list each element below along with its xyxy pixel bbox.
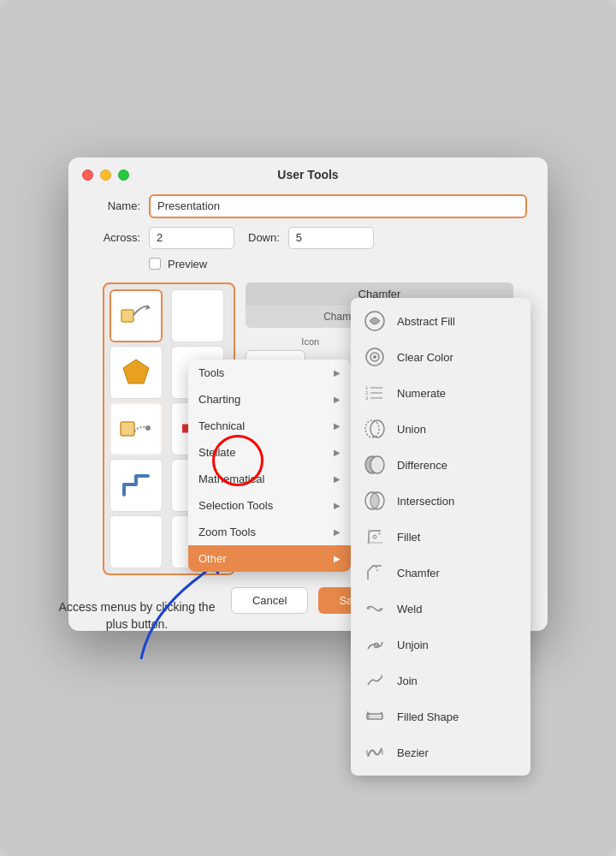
weld-label: Weld (397, 603, 422, 615)
menu-item-charting-label: Charting (198, 393, 334, 406)
svg-point-23 (373, 535, 376, 538)
submenu-union[interactable]: Union (351, 411, 530, 447)
weld-icon (363, 597, 387, 621)
chamfer-label: Chamfer (397, 567, 440, 580)
pentagon-icon (120, 356, 152, 389)
bezier-label: Bezier (397, 746, 429, 759)
down-label: Down: (248, 231, 280, 244)
menu-item-selection-tools[interactable]: Selection Tools ▶ (188, 492, 351, 519)
svg-rect-2 (121, 422, 134, 436)
traffic-lights (82, 169, 129, 181)
tool-cell-7[interactable] (110, 459, 163, 512)
selection-tools-arrow-icon: ▶ (334, 501, 341, 510)
across-input[interactable] (149, 227, 234, 249)
submenu-filled-shape[interactable]: Filled Shape (351, 698, 530, 734)
union-icon (363, 417, 387, 441)
clear-color-label: Clear Color (397, 351, 453, 364)
difference-icon (363, 453, 387, 477)
menu-item-other-label: Other (198, 552, 334, 565)
minimize-button[interactable] (100, 169, 111, 181)
abstract-fill-label: Abstract Fill (397, 315, 455, 328)
clear-color-icon (363, 345, 387, 369)
menu-item-selection-tools-label: Selection Tools (198, 499, 334, 512)
chamfer2-icon (118, 411, 154, 447)
submenu-join[interactable]: Join (351, 663, 530, 698)
svg-point-18 (370, 456, 384, 473)
submenu-weld[interactable]: Weld (351, 591, 530, 627)
chamfer-tool-icon (118, 298, 154, 334)
svg-text:3: 3 (365, 395, 369, 401)
menu-item-stellate[interactable]: Stellate ▶ (188, 439, 351, 466)
menu-item-mathematical[interactable]: Mathematical ▶ (188, 466, 351, 492)
svg-point-3 (145, 425, 151, 431)
submenu: Abstract Fill Clear Color 1 2 3 Numerate (351, 298, 530, 776)
name-row: Name: (89, 194, 527, 218)
dropdown-menu: Tools ▶ Charting ▶ Technical ▶ Stellate … (188, 360, 351, 572)
submenu-abstract-fill[interactable]: Abstract Fill (351, 303, 530, 339)
technical-arrow-icon: ▶ (334, 421, 341, 431)
submenu-bezier[interactable]: Bezier (351, 734, 530, 770)
menu-item-other[interactable]: Other ▶ (188, 545, 351, 572)
filled-shape-icon (363, 704, 387, 728)
menu-item-tools-label: Tools (198, 366, 334, 379)
fillet-icon: + (363, 525, 387, 549)
fillet-label: Fillet (397, 531, 420, 544)
name-label: Name: (89, 199, 140, 212)
submenu-clear-color[interactable]: Clear Color (351, 339, 530, 375)
menu-item-charting[interactable]: Charting ▶ (188, 386, 351, 413)
down-input[interactable] (288, 227, 374, 249)
title-bar: User Tools (68, 158, 548, 189)
maximize-button[interactable] (118, 169, 129, 181)
tool-cell-3[interactable] (110, 346, 163, 399)
window-title: User Tools (277, 168, 338, 181)
menu-item-technical[interactable]: Technical ▶ (188, 413, 351, 439)
submenu-intersection[interactable]: Intersection (351, 483, 530, 519)
menu-item-zoom-tools[interactable]: Zoom Tools ▶ (188, 519, 351, 545)
tool-cell-5[interactable] (110, 402, 163, 455)
submenu-chamfer[interactable]: Chamfer (351, 555, 530, 591)
svg-marker-1 (123, 360, 149, 383)
menu-item-mathematical-label: Mathematical (198, 473, 334, 485)
chamfer-submenu-icon (363, 561, 387, 585)
numerate-icon: 1 2 3 (363, 381, 387, 405)
stellate-arrow-icon: ▶ (334, 448, 341, 457)
join-icon (363, 669, 387, 693)
svg-text:+: + (377, 530, 382, 538)
svg-point-8 (373, 355, 376, 359)
numerate-label: Numerate (397, 387, 446, 400)
menu-item-tools[interactable]: Tools ▶ (188, 360, 351, 386)
submenu-unjoin[interactable]: Unjoin (351, 627, 530, 663)
join-label: Join (397, 675, 418, 687)
submenu-fillet[interactable]: + Fillet (351, 519, 530, 555)
tools-arrow-icon: ▶ (334, 368, 341, 377)
mathematical-arrow-icon: ▶ (334, 474, 341, 484)
submenu-numerate[interactable]: 1 2 3 Numerate (351, 375, 530, 411)
submenu-difference[interactable]: Difference (351, 447, 530, 483)
intersection-icon (363, 489, 387, 513)
bezier-icon (363, 740, 387, 764)
menu-item-stellate-label: Stellate (198, 446, 334, 459)
intersection-label: Intersection (397, 495, 454, 508)
abstract-fill-icon (363, 309, 387, 333)
filled-shape-label: Filled Shape (397, 710, 459, 723)
svg-rect-0 (121, 310, 133, 322)
menu-item-zoom-tools-label: Zoom Tools (198, 526, 334, 538)
close-button[interactable] (82, 169, 93, 181)
tool-cell-1[interactable] (110, 289, 163, 342)
unjoin-icon (363, 633, 387, 657)
preview-checkbox[interactable] (149, 258, 161, 270)
zoom-tools-arrow-icon: ▶ (334, 527, 341, 537)
across-label: Across: (89, 231, 140, 244)
difference-label: Difference (397, 459, 447, 472)
across-down-row: Across: Down: (89, 227, 527, 249)
name-input[interactable] (149, 194, 527, 218)
step-icon (121, 473, 151, 498)
preview-row: Preview (89, 258, 527, 270)
unjoin-label: Unjoin (397, 639, 429, 651)
charting-arrow-icon: ▶ (334, 395, 341, 404)
menu-item-technical-label: Technical (198, 419, 334, 432)
tool-cell-2[interactable] (171, 289, 224, 342)
union-label: Union (397, 423, 426, 436)
cancel-button[interactable]: Cancel (231, 587, 308, 614)
other-arrow-icon: ▶ (334, 554, 341, 563)
